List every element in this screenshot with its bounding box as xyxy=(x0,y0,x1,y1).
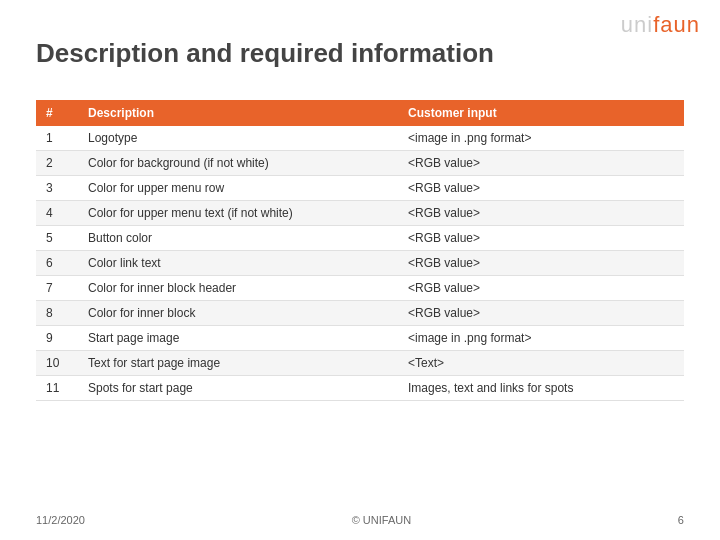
cell-num: 7 xyxy=(36,276,78,301)
cell-description: Color for inner block xyxy=(78,301,398,326)
cell-num: 3 xyxy=(36,176,78,201)
cell-description: Color for background (if not white) xyxy=(78,151,398,176)
table-row: 9Start page image<image in .png format> xyxy=(36,326,684,351)
cell-description: Logotype xyxy=(78,126,398,151)
main-table-container: # Description Customer input 1Logotype<i… xyxy=(36,100,684,401)
cell-num: 8 xyxy=(36,301,78,326)
table-row: 8Color for inner block<RGB value> xyxy=(36,301,684,326)
cell-description: Button color xyxy=(78,226,398,251)
cell-customer-input: <Text> xyxy=(398,351,684,376)
table-row: 11Spots for start pageImages, text and l… xyxy=(36,376,684,401)
page-title: Description and required information xyxy=(36,38,494,69)
cell-description: Spots for start page xyxy=(78,376,398,401)
cell-description: Start page image xyxy=(78,326,398,351)
cell-customer-input: Images, text and links for spots xyxy=(398,376,684,401)
col-header-description: Description xyxy=(78,100,398,126)
table-row: 6Color link text<RGB value> xyxy=(36,251,684,276)
cell-customer-input: <image in .png format> xyxy=(398,326,684,351)
table-row: 5Button color<RGB value> xyxy=(36,226,684,251)
cell-customer-input: <RGB value> xyxy=(398,226,684,251)
cell-customer-input: <RGB value> xyxy=(398,201,684,226)
cell-customer-input: <image in .png format> xyxy=(398,126,684,151)
logo-uni: uni xyxy=(621,12,653,37)
cell-num: 6 xyxy=(36,251,78,276)
cell-num: 1 xyxy=(36,126,78,151)
logo-faun: faun xyxy=(653,12,700,37)
footer-company: © UNIFAUN xyxy=(352,514,411,526)
cell-num: 10 xyxy=(36,351,78,376)
cell-customer-input: <RGB value> xyxy=(398,276,684,301)
table-row: 2Color for background (if not white)<RGB… xyxy=(36,151,684,176)
cell-customer-input: <RGB value> xyxy=(398,176,684,201)
cell-num: 2 xyxy=(36,151,78,176)
table-row: 1Logotype<image in .png format> xyxy=(36,126,684,151)
cell-customer-input: <RGB value> xyxy=(398,151,684,176)
cell-num: 5 xyxy=(36,226,78,251)
cell-description: Color for upper menu row xyxy=(78,176,398,201)
footer-page: 6 xyxy=(678,514,684,526)
cell-description: Color link text xyxy=(78,251,398,276)
cell-num: 11 xyxy=(36,376,78,401)
cell-num: 4 xyxy=(36,201,78,226)
footer-date: 11/2/2020 xyxy=(36,514,85,526)
cell-num: 9 xyxy=(36,326,78,351)
cell-description: Color for upper menu text (if not white) xyxy=(78,201,398,226)
info-table: # Description Customer input 1Logotype<i… xyxy=(36,100,684,401)
col-header-customer-input: Customer input xyxy=(398,100,684,126)
table-header-row: # Description Customer input xyxy=(36,100,684,126)
cell-customer-input: <RGB value> xyxy=(398,251,684,276)
col-header-num: # xyxy=(36,100,78,126)
table-row: 4Color for upper menu text (if not white… xyxy=(36,201,684,226)
logo: unifaun xyxy=(621,12,700,38)
table-row: 3Color for upper menu row<RGB value> xyxy=(36,176,684,201)
table-row: 7Color for inner block header<RGB value> xyxy=(36,276,684,301)
footer: 11/2/2020 © UNIFAUN 6 xyxy=(36,514,684,526)
table-row: 10Text for start page image<Text> xyxy=(36,351,684,376)
cell-description: Text for start page image xyxy=(78,351,398,376)
cell-description: Color for inner block header xyxy=(78,276,398,301)
cell-customer-input: <RGB value> xyxy=(398,301,684,326)
